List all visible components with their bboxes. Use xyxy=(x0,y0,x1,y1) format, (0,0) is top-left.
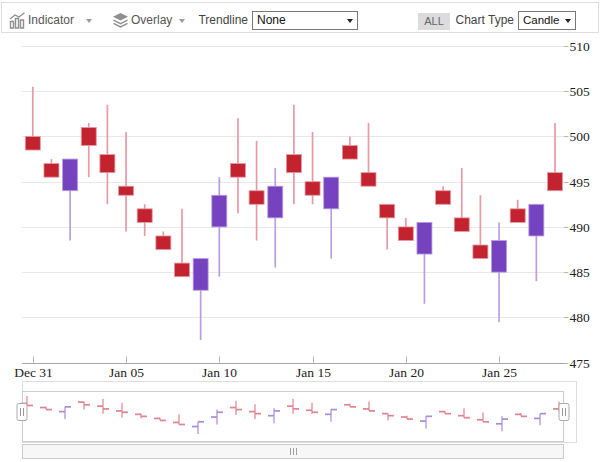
candle-body xyxy=(454,218,469,232)
candlestick-chart: 475480485490495500505510Dec 31Jan 05Jan … xyxy=(0,0,600,462)
candle-body xyxy=(492,240,507,272)
all-button[interactable]: ALL xyxy=(418,13,450,30)
toolbar: Indicator Overlay Trendline None ALL Cha… xyxy=(1,2,599,33)
chart-type-label: Chart Type xyxy=(454,13,514,27)
chevron-down-icon xyxy=(179,19,185,23)
candle-body xyxy=(230,164,245,178)
navigator-handle-left[interactable] xyxy=(17,404,27,421)
x-axis-label: Jan 15 xyxy=(296,365,331,380)
x-axis-label: Jan 20 xyxy=(389,365,424,380)
y-axis-label: 490 xyxy=(570,220,591,235)
chart-type-value: Candle xyxy=(523,14,559,26)
candle-body xyxy=(249,191,264,205)
trendline-value: None xyxy=(257,13,286,27)
candle-body xyxy=(324,177,339,209)
candle-body xyxy=(44,164,59,178)
candle-body xyxy=(100,155,115,173)
candle-body xyxy=(361,173,376,187)
candle-body xyxy=(268,186,283,218)
y-axis-label: 495 xyxy=(570,175,591,190)
candle-body xyxy=(398,227,413,241)
bar-chart-icon xyxy=(9,12,26,33)
candle-body xyxy=(286,155,301,173)
y-axis-label: 475 xyxy=(570,356,591,371)
candle-body xyxy=(510,209,525,223)
indicator-menu[interactable]: Indicator xyxy=(28,13,74,27)
candle-body xyxy=(193,259,208,291)
overlay-menu[interactable]: Overlay xyxy=(131,13,172,27)
y-axis-label: 505 xyxy=(570,84,591,99)
candle-body xyxy=(156,236,171,250)
select-arrow-icon xyxy=(565,19,571,23)
y-axis-label: 485 xyxy=(570,265,591,280)
candle-body xyxy=(417,222,432,254)
x-axis-label: Jan 10 xyxy=(202,365,237,380)
y-axis-label: 480 xyxy=(570,310,591,325)
candle-body xyxy=(137,209,152,223)
y-axis-label: 510 xyxy=(570,39,591,54)
trendline-select[interactable]: None xyxy=(252,11,358,30)
select-arrow-icon xyxy=(347,19,353,23)
candle-body xyxy=(529,204,544,236)
candle-body xyxy=(305,182,320,196)
candle-body xyxy=(175,263,190,277)
candle-body xyxy=(25,136,40,150)
navigator-handle-right[interactable] xyxy=(559,404,569,421)
trendline-label: Trendline xyxy=(188,13,248,27)
candle-body xyxy=(436,191,451,205)
candle-body xyxy=(81,127,96,145)
navigator-frame xyxy=(23,382,577,443)
x-axis-label: Jan 25 xyxy=(482,365,517,380)
candle-body xyxy=(548,173,563,191)
candle-body xyxy=(380,204,395,218)
layers-icon xyxy=(112,12,129,33)
candle-body xyxy=(212,195,227,227)
candle-body xyxy=(119,186,134,195)
candle-body xyxy=(473,245,488,259)
candle-body xyxy=(342,146,357,160)
x-axis-label: Jan 05 xyxy=(109,365,144,380)
candle-body xyxy=(63,159,78,191)
stock-chart-widget: 475480485490495500505510Dec 31Jan 05Jan … xyxy=(0,0,600,462)
y-axis-label: 500 xyxy=(570,129,591,144)
chart-type-select[interactable]: Candle xyxy=(518,11,576,30)
x-axis-label: Dec 31 xyxy=(14,365,53,380)
chevron-down-icon xyxy=(86,19,92,23)
